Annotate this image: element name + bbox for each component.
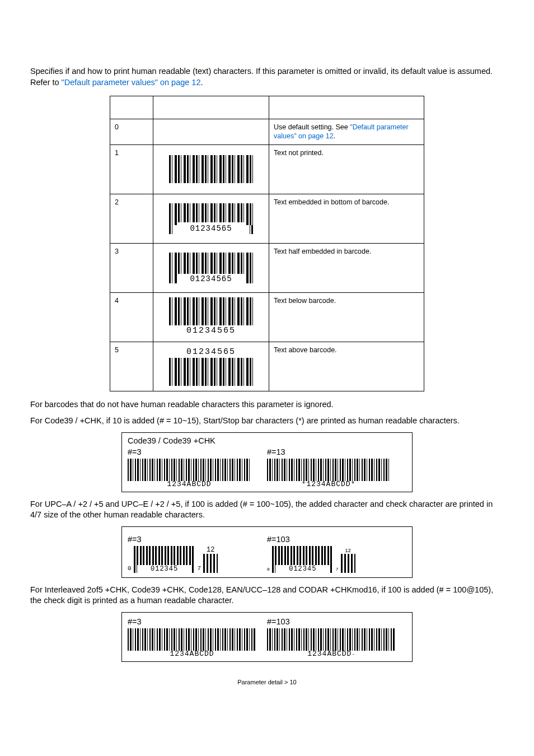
param-value: 4: [110, 292, 153, 342]
paragraph: For Interleaved 2of5 +CHK, Code39 +CHK, …: [30, 585, 504, 606]
table-row: 5 01234565 Text above barcode.: [110, 342, 424, 391]
table-row: 3 Text half embedded in barcode.: [110, 243, 424, 292]
param-desc: Text embedded in bottom of barcode.: [269, 194, 424, 243]
example-label: #=103: [267, 617, 406, 626]
param-value: 0: [110, 119, 153, 145]
table-row: 1 Text not printed.: [110, 144, 424, 194]
upc-trail: 7: [198, 565, 202, 572]
param-desc: Text not printed.: [269, 144, 424, 194]
barcode-icon: 0 7 12: [128, 546, 218, 573]
upc-lead: 0: [267, 567, 270, 572]
example-label: #=3: [128, 535, 267, 544]
parameter-table: 0 Use default setting. See "Default para…: [110, 96, 424, 391]
table-row: 4 01234565 Text below barcode.: [110, 292, 424, 342]
example-label: #=3: [128, 617, 267, 626]
barcode-icon: *1234ABCDD*: [267, 459, 390, 488]
barcode-text: 1234ABCDD: [128, 480, 251, 488]
intro-paragraph: Specifies if and how to print human read…: [30, 66, 504, 88]
table-row: 2 Text embedded in bottom of barcode.: [110, 194, 424, 243]
param-value: 1: [110, 144, 153, 194]
param-desc: Text below barcode.: [269, 292, 424, 342]
param-desc: Use default setting. See "Default parame…: [269, 119, 424, 145]
barcode-icon: 1234ABCDD: [128, 459, 251, 488]
barcode-text: 01234565: [169, 347, 253, 358]
paragraph: For UPC–A / +2 / +5 and UPC–E / +2 / +5,…: [30, 499, 504, 521]
param-value: 3: [110, 243, 153, 292]
intro-suffix: .: [201, 78, 203, 87]
barcode-icon: [169, 203, 253, 234]
example-label: #=13: [267, 447, 406, 456]
param-value: 5: [110, 342, 153, 391]
upc-supplement: 12: [203, 546, 218, 573]
barcode-icon: 0 7 12: [267, 546, 355, 573]
example-title: Code39 / Code39 +CHK: [122, 433, 412, 446]
barcode-icon: 1234ABCDD-: [267, 628, 396, 658]
barcode-text: 01234565: [169, 325, 253, 337]
barcode-text: 1234ABCDD: [128, 650, 256, 658]
example-box-upc: #=3 0 7 12 #=103 0 7 12: [121, 526, 413, 578]
barcode-text: *1234ABCDD*: [267, 480, 390, 488]
barcode-icon: 01234565: [169, 347, 253, 386]
intro-link[interactable]: "Default parameter values" on page 12: [62, 78, 201, 87]
barcode-icon: [169, 155, 253, 183]
upc-trail: 7: [336, 567, 339, 572]
paragraph: For Code39 / +CHK, if 10 is added (# = 1…: [30, 416, 504, 427]
barcode-icon: 1234ABCDD: [128, 628, 256, 658]
upc-supplement: 12: [341, 548, 355, 573]
table-row: 0 Use default setting. See "Default para…: [110, 119, 424, 145]
example-box-chk: #=3 1234ABCDD #=103 1234ABCDD-: [121, 612, 413, 662]
param-desc: Text above barcode.: [269, 342, 424, 391]
barcode-icon: 01234565: [169, 297, 253, 337]
table-header-row: [110, 96, 424, 119]
example-label: #=3: [128, 447, 267, 456]
param-value: 2: [110, 194, 153, 243]
barcode-icon: [169, 253, 253, 283]
example-box-code39: Code39 / Code39 +CHK #=3 1234ABCDD #=13 …: [121, 432, 413, 492]
upc-lead: 0: [128, 565, 132, 572]
param-desc: Text half embedded in barcode.: [269, 243, 424, 292]
paragraph: For barcodes that do not have human read…: [30, 399, 504, 410]
barcode-text: 1234ABCDD-: [267, 650, 396, 658]
page-footer: Parameter detail > 10: [30, 679, 504, 685]
example-label: #=103: [267, 535, 406, 544]
